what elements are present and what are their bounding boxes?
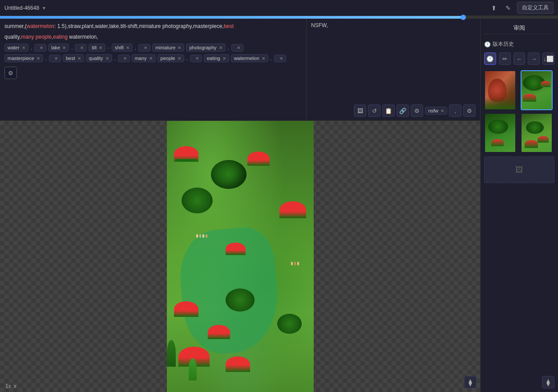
- tag-masterpiece[interactable]: masterpiece✕: [4, 54, 43, 62]
- tag-miniature[interactable]: miniature✕: [152, 44, 184, 52]
- tag-empty7[interactable]: ✕: [190, 55, 202, 62]
- watermelon-scene: [167, 121, 314, 392]
- tag-quality[interactable]: quality✕: [86, 54, 112, 62]
- tags-row-2: masterpiece✕ , ✕ best✕ quality✕ , ✕ many…: [4, 54, 302, 62]
- right-sidebar: 审阅 🕐 版本历史 🕐 ✏ ← → ↓⬜: [480, 19, 558, 392]
- title-dropdown-arrow[interactable]: ▾: [43, 5, 45, 11]
- upload-icon-btn[interactable]: ⬆: [489, 3, 499, 13]
- progress-bar: [0, 16, 558, 19]
- status-bar: 1x x: [0, 380, 22, 392]
- tag-many[interactable]: many✕: [132, 54, 156, 62]
- comma-4: ,: [134, 45, 137, 50]
- tag-water[interactable]: water✕: [4, 44, 28, 52]
- tag-shift[interactable]: shift✕: [112, 44, 133, 52]
- comma-5: ,: [227, 45, 230, 50]
- settings-circle-btn[interactable]: ⚙: [4, 67, 17, 79]
- progress-dot: [461, 15, 466, 20]
- tag-eating[interactable]: eating✕: [204, 54, 229, 62]
- neg-refresh-btn[interactable]: ↺: [368, 104, 380, 117]
- neg-nsfw-tag[interactable]: nsfw✕: [425, 107, 447, 115]
- custom-tools-btn[interactable]: 自定义工具: [517, 2, 554, 14]
- thumb-image-1: [485, 71, 515, 109]
- positive-action-row: ⚙: [4, 67, 302, 79]
- comma-8: ,: [186, 56, 188, 61]
- sidebar-bottom: ⧫: [484, 372, 554, 388]
- positive-prompt-panel: summer,(watermelon: 1.5),straw,plant,wat…: [0, 19, 307, 120]
- undo-tool-btn[interactable]: ←: [514, 52, 526, 65]
- neg-clip-btn[interactable]: 📋: [382, 104, 395, 117]
- tag-empty1[interactable]: ✕: [34, 44, 46, 52]
- tag-tilt[interactable]: tilt✕: [89, 44, 105, 52]
- zoom-label: x: [14, 383, 16, 389]
- sidebar-tools-row: 🕐 ✏ ← → ↓⬜: [484, 52, 554, 65]
- tag-photography[interactable]: photography✕: [186, 44, 225, 52]
- neg-settings-btn[interactable]: ⚙: [411, 104, 423, 117]
- prompt-area: summer,(watermelon: 1.5),straw,plant,wat…: [0, 19, 480, 121]
- positive-prompt-text2[interactable]: quality,many people,eating watermelon,: [4, 33, 302, 41]
- negative-prompt-panel: NSFW, 🖼 ↺ 📋 🔗 ⚙ nsfw✕ , ⚙: [307, 19, 480, 120]
- comma-9: ,: [270, 56, 272, 61]
- negative-action-row: 🖼 ↺ 📋 🔗 ⚙ nsfw✕ , ⚙: [311, 104, 476, 117]
- neg-comma-btn[interactable]: ,: [449, 104, 461, 117]
- tag-lake[interactable]: lake✕: [48, 44, 69, 52]
- tag-best[interactable]: best✕: [63, 54, 84, 62]
- history-icon: 🕐: [484, 41, 491, 48]
- tag-people[interactable]: people✕: [158, 54, 184, 62]
- comma-1: ,: [30, 45, 32, 50]
- edit-icon-btn[interactable]: ✎: [503, 3, 514, 13]
- comma-7: ,: [114, 56, 116, 61]
- sidebar-title: 审阅: [484, 22, 554, 34]
- comma-2: ,: [71, 45, 73, 50]
- tag-empty4[interactable]: ✕: [231, 44, 243, 52]
- thumb-image-4: [522, 114, 552, 152]
- layers-sidebar-btn[interactable]: ⧫: [542, 376, 554, 388]
- layers-btn[interactable]: ⧫: [464, 376, 477, 388]
- redo-tool-btn[interactable]: →: [528, 52, 540, 65]
- tag-empty8[interactable]: ✕: [274, 55, 286, 62]
- progress-fill: [0, 16, 463, 19]
- edit-tool-btn[interactable]: ✏: [499, 52, 511, 65]
- version-history-label: 🕐 版本历史: [484, 40, 554, 49]
- tag-watermelon[interactable]: watermelon✕: [231, 54, 268, 62]
- tags-row-1: water✕ , ✕ lake✕ , ✕ tilt✕ - shift✕ , ✕ …: [4, 44, 302, 52]
- download-tool-btn[interactable]: ↓⬜: [542, 52, 554, 65]
- negative-prompt-textarea[interactable]: NSFW,: [311, 22, 476, 103]
- thumbnail-1[interactable]: [484, 70, 516, 110]
- comma-6: ,: [45, 56, 47, 61]
- main-canvas-image: [167, 121, 314, 392]
- comma-3: -: [107, 45, 110, 50]
- thumbnail-2[interactable]: [521, 70, 553, 110]
- prompt-text-span: summer,(watermelon: 1.5),straw,plant,wat…: [4, 23, 234, 29]
- main-layout: summer,(watermelon: 1.5),straw,plant,wat…: [0, 19, 558, 392]
- thumbnail-3[interactable]: [484, 113, 516, 153]
- neg-gear-btn[interactable]: ⚙: [463, 104, 476, 117]
- thumbnail-placeholder: 🖼: [484, 156, 554, 183]
- thumbnail-4[interactable]: [521, 113, 553, 153]
- zoom-level: 1x: [5, 383, 11, 389]
- tag-empty6[interactable]: ✕: [118, 55, 130, 62]
- tag-empty5[interactable]: ✕: [49, 55, 61, 62]
- editor-area: summer,(watermelon: 1.5),straw,plant,wat…: [0, 19, 480, 392]
- positive-prompt-text[interactable]: summer,(watermelon: 1.5),straw,plant,wat…: [4, 22, 302, 30]
- history-tool-btn[interactable]: 🕐: [484, 52, 496, 65]
- tag-empty2[interactable]: ✕: [75, 44, 87, 52]
- top-bar: Untitled-46648 ▾ ⬆ ✎ 自定义工具: [0, 0, 558, 16]
- neg-link-btn[interactable]: 🔗: [396, 104, 409, 117]
- canvas-area[interactable]: 1x x ⧫: [0, 121, 480, 392]
- thumbnail-grid: [484, 70, 554, 153]
- placeholder-icon: 🖼: [515, 165, 523, 175]
- tag-empty3[interactable]: ✕: [138, 44, 150, 52]
- document-title: Untitled-46648: [4, 5, 39, 11]
- thumb-image-3: [485, 114, 515, 152]
- thumb-image-2: [522, 71, 552, 109]
- neg-image-btn[interactable]: 🖼: [354, 104, 366, 117]
